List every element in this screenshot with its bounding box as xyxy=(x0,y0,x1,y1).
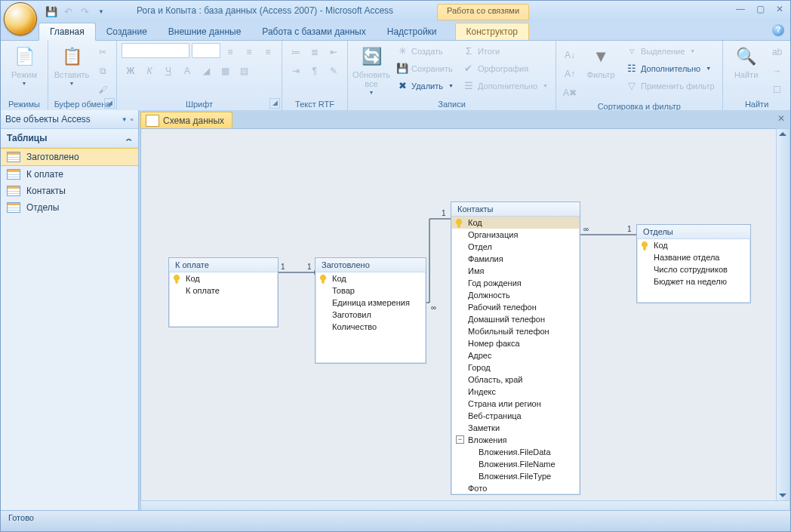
delete-button[interactable]: ✖Удалить▼ xyxy=(393,78,457,94)
indent-inc-icon[interactable]: ⇥ xyxy=(287,62,305,79)
refresh-button[interactable]: 🔄 Обновить все ▼ xyxy=(352,43,390,95)
table-field[interactable]: Количество xyxy=(315,321,426,333)
table-field[interactable]: Код xyxy=(315,272,426,284)
table-field[interactable]: Заметки xyxy=(451,422,580,434)
spelling-button[interactable]: ✔Орфография xyxy=(460,60,551,76)
maximize-icon[interactable]: ▢ xyxy=(754,4,766,14)
clear-sort-icon[interactable]: A✖ xyxy=(561,84,579,101)
dialog-launcher-icon[interactable]: ◢ xyxy=(104,98,115,109)
table-field[interactable]: Должность xyxy=(451,289,580,301)
table-field[interactable]: Имя xyxy=(451,265,580,277)
goto-icon[interactable]: → xyxy=(768,62,786,79)
nav-item[interactable]: К оплате xyxy=(1,166,138,183)
table-box-kontakty[interactable]: Контакты КодОрганизацияОтделФамилияИмяГо… xyxy=(451,201,580,495)
select-icon[interactable]: ☐ xyxy=(768,81,786,98)
table-field[interactable]: Единица измерения xyxy=(315,297,426,309)
table-field[interactable]: Мобильный телефон xyxy=(451,325,580,337)
table-field[interactable]: Область, край xyxy=(451,374,580,386)
table-field[interactable]: Адрес xyxy=(451,349,580,361)
minimize-icon[interactable]: — xyxy=(734,4,746,14)
office-button[interactable] xyxy=(4,2,37,35)
align-right-icon[interactable]: ≡ xyxy=(259,43,277,60)
tab-dbtools[interactable]: Работа с базами данных xyxy=(251,23,376,40)
table-field[interactable]: Вложения.FileName xyxy=(451,458,580,470)
advanced-filter-button[interactable]: ☷Дополнительно▼ xyxy=(623,60,718,76)
nav-header[interactable]: Все объекты Access ▼ « xyxy=(1,110,138,129)
tab-external[interactable]: Внешние данные xyxy=(158,23,252,40)
align-left-icon[interactable]: ≡ xyxy=(221,43,239,60)
table-field[interactable]: Название отдела xyxy=(637,251,750,263)
filter-button[interactable]: ▼ Фильтр xyxy=(582,43,620,79)
table-field[interactable]: Код xyxy=(451,217,580,229)
table-field[interactable]: Вложения.FileData xyxy=(451,446,580,458)
bold-icon[interactable]: Ж xyxy=(122,62,140,79)
expander-icon[interactable]: − xyxy=(456,435,464,444)
table-box-otdely[interactable]: Отделы КодНазвание отделаЧисло сотрудник… xyxy=(636,224,751,303)
table-field[interactable]: Товар xyxy=(315,284,426,297)
nav-item[interactable]: Контакты xyxy=(1,183,138,199)
table-field[interactable]: Фамилия xyxy=(451,253,580,265)
table-box-zagotovleno[interactable]: Заготовлено КодТоварЕдиница измеренияЗаг… xyxy=(315,257,426,364)
help-icon[interactable]: ? xyxy=(772,24,784,36)
table-field[interactable]: Фото xyxy=(451,482,580,494)
table-box-koplate[interactable]: К оплате КодК оплате xyxy=(168,257,279,328)
copy-icon[interactable]: ⧉ xyxy=(94,62,112,79)
vertical-scrollbar[interactable] xyxy=(776,128,790,501)
document-tab[interactable]: Схема данных xyxy=(140,112,232,129)
tab-create[interactable]: Создание xyxy=(96,23,158,40)
indent-dec-icon[interactable]: ⇤ xyxy=(325,43,343,60)
format-painter-icon[interactable]: 🖌 xyxy=(94,81,112,98)
font-family-input[interactable] xyxy=(122,43,189,58)
paste-button[interactable]: 📋 Вставить ▼ xyxy=(53,43,91,86)
list-number-icon[interactable]: ≣ xyxy=(306,43,324,60)
fill-color-icon[interactable]: ◢ xyxy=(197,62,215,79)
underline-icon[interactable]: Ч xyxy=(159,62,177,79)
document-close-icon[interactable]: ✕ xyxy=(774,113,788,125)
table-field[interactable]: К оплате xyxy=(169,284,278,297)
save-record-button[interactable]: 💾Сохранить xyxy=(393,60,457,76)
table-field[interactable]: Веб-страница xyxy=(451,410,580,422)
toggle-filter-button[interactable]: ▽Применить фильтр xyxy=(623,78,718,94)
sort-desc-icon[interactable]: A↑ xyxy=(561,65,579,82)
table-field[interactable]: −Вложения xyxy=(451,434,580,446)
save-icon[interactable]: 💾 xyxy=(45,5,58,18)
tab-home[interactable]: Главная xyxy=(38,23,96,41)
relationships-canvas[interactable]: 1 1 ∞ 1 ∞ 1 К оплате КодК оплате xyxy=(140,128,777,501)
table-field[interactable]: Номер факса xyxy=(451,337,580,349)
tab-designer[interactable]: Конструктор xyxy=(455,23,529,40)
list-bullet-icon[interactable]: ≔ xyxy=(287,43,305,60)
chevron-down-icon[interactable]: ▼ xyxy=(122,116,128,123)
selection-button[interactable]: ▿Выделение▼ xyxy=(623,43,718,59)
ltr-icon[interactable]: ¶ xyxy=(306,62,324,79)
find-button[interactable]: 🔍 Найти xyxy=(728,43,765,79)
collapse-icon[interactable]: « xyxy=(131,116,134,123)
align-center-icon[interactable]: ≡ xyxy=(240,43,258,60)
nav-item[interactable]: Заготовлено xyxy=(1,148,138,166)
table-field[interactable]: Бюджет на неделю xyxy=(637,275,750,288)
table-field[interactable]: Отдел xyxy=(451,241,580,253)
tab-addins[interactable]: Надстройки xyxy=(377,23,448,40)
cut-icon[interactable]: ✂ xyxy=(94,43,112,60)
table-field[interactable]: Страна или регион xyxy=(451,398,580,410)
close-icon[interactable]: ✕ xyxy=(774,4,786,14)
view-button[interactable]: 📄 Режим ▼ xyxy=(5,43,43,86)
table-field[interactable]: Число сотрудников xyxy=(637,263,750,275)
dialog-launcher-icon[interactable]: ◢ xyxy=(269,98,280,109)
table-field[interactable]: Заготовил xyxy=(315,309,426,321)
gridlines-icon[interactable]: ▦ xyxy=(216,62,234,79)
alt-row-icon[interactable]: ▤ xyxy=(235,62,253,79)
more-button[interactable]: ☰Дополнительно▼ xyxy=(460,78,551,94)
font-color-icon[interactable]: A xyxy=(178,62,196,79)
table-field[interactable]: Рабочий телефон xyxy=(451,301,580,313)
totals-button[interactable]: ΣИтоги xyxy=(460,43,551,59)
sort-asc-icon[interactable]: A↓ xyxy=(561,46,579,63)
table-field[interactable]: Организация xyxy=(451,229,580,241)
nav-item[interactable]: Отделы xyxy=(1,199,138,216)
highlight-icon[interactable]: ✎ xyxy=(325,62,343,79)
replace-icon[interactable]: ab xyxy=(768,43,786,60)
table-field[interactable]: Домашний телефон xyxy=(451,313,580,325)
italic-icon[interactable]: К xyxy=(140,62,159,79)
table-field[interactable]: Год рождения xyxy=(451,277,580,289)
table-field[interactable]: Вложения.FileType xyxy=(451,470,580,482)
table-field[interactable]: Индекс xyxy=(451,386,580,398)
